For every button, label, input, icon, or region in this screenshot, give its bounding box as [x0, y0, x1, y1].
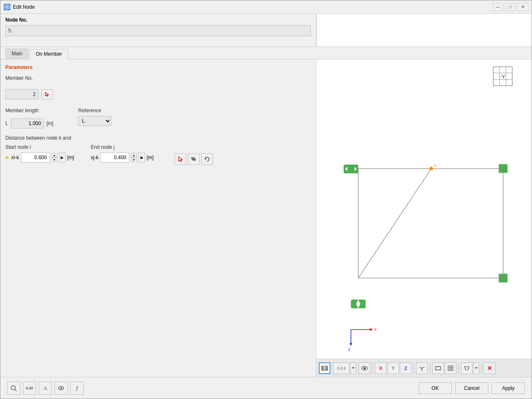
svg-text:X: X: [374, 327, 377, 332]
maximize-button[interactable]: □: [505, 3, 516, 11]
xi-k-label: xi-k: [11, 155, 19, 160]
y-axis-btn[interactable]: Y: [387, 362, 399, 374]
xj-k-input[interactable]: [100, 153, 129, 163]
node-5-dot: [429, 167, 433, 170]
perspective-btn[interactable]: [461, 362, 473, 374]
separator-5: [481, 363, 482, 373]
start-node-col: Start node i xi-k ▲ ▼ ▶ [m]: [5, 144, 74, 163]
z-axis-btn[interactable]: Z: [400, 362, 411, 374]
cancel-button[interactable]: Cancel: [455, 382, 488, 394]
xi-k-spinner: ▲ ▼: [52, 153, 57, 162]
tab-main[interactable]: Main: [5, 49, 29, 59]
svg-text:Z: Z: [348, 347, 350, 352]
cad-toolbar: 1·2·3 ▼ X Y Z: [316, 359, 532, 377]
cancel-btn[interactable]: ✕: [484, 362, 495, 374]
xi-k-row: xi-k ▲ ▼ ▶ [m]: [5, 153, 74, 163]
tab-on-member[interactable]: On Member: [30, 49, 68, 59]
close-button[interactable]: ✕: [517, 3, 528, 11]
reference-label: Reference: [78, 108, 111, 113]
member-no-row: Member No.: [5, 75, 311, 81]
xi-k-up[interactable]: ▲: [52, 153, 57, 158]
svg-line-45: [468, 367, 469, 370]
end-node-label: End node j: [91, 144, 153, 150]
svg-text:-Y: -Y: [500, 74, 505, 80]
length-l-label: L: [5, 121, 8, 126]
handle-bottom-arrow: [351, 300, 365, 308]
svg-rect-27: [322, 366, 328, 370]
apply-button[interactable]: Apply: [492, 382, 525, 394]
cad-svg: -Y: [316, 59, 532, 359]
member-no-label: Member No.: [5, 75, 33, 81]
search-action-btn[interactable]: [7, 382, 20, 395]
member-no-input[interactable]: [5, 89, 39, 99]
reference-section: Reference L % abs: [78, 108, 111, 126]
visibility-btn[interactable]: [359, 362, 370, 374]
separator-2: [414, 363, 414, 373]
xj-k-arrow[interactable]: ▶: [138, 153, 145, 163]
formula-action-btn[interactable]: ƒ: [70, 382, 84, 395]
member-length-section: Member length L [m]: [5, 108, 53, 128]
node-no-label: Node No.: [5, 17, 311, 23]
xj-k-label: xj-k: [91, 155, 99, 160]
handle-top-left: [344, 165, 358, 173]
tabs-bar: Main On Member: [0, 47, 532, 59]
dropdown-btn[interactable]: ▼: [350, 362, 356, 374]
xi-k-down[interactable]: ▼: [52, 158, 57, 162]
action-right: OK Cancel Apply: [419, 382, 525, 394]
minimize-button[interactable]: —: [493, 3, 503, 11]
action-left: 0.00 A ƒ: [7, 382, 84, 395]
render-mode2-btn[interactable]: [445, 362, 456, 374]
separator-4: [458, 363, 459, 373]
xi-k-input[interactable]: [21, 153, 50, 163]
action-bar: 0.00 A ƒ OK Cancel Apply: [0, 377, 532, 399]
member-length-input[interactable]: [11, 118, 44, 128]
svg-point-33: [364, 367, 366, 369]
3d-axis-btn[interactable]: [416, 362, 428, 374]
content-area: Parameters Member No.: [0, 59, 532, 377]
member-no-select-btn[interactable]: [41, 89, 53, 99]
start-node-label: Start node i: [5, 144, 74, 150]
node-no-panel: Node No.: [0, 14, 316, 47]
cad-canvas[interactable]: -Y: [316, 59, 532, 359]
reset-btn[interactable]: [201, 153, 213, 165]
xj-k-down[interactable]: ▼: [131, 158, 137, 162]
cad-tool-group-numbers: 1·2·3 ▼: [333, 362, 356, 374]
section-title: Parameters: [5, 64, 311, 70]
member-length-unit: [m]: [47, 121, 54, 126]
edit-node-window: Edit Node — □ ✕ Node No. Main On Member: [0, 0, 532, 399]
distance-section: Distance between node k and Start node i…: [5, 135, 311, 165]
number-display-btn[interactable]: 1·2·3: [333, 362, 350, 374]
svg-point-1: [6, 6, 8, 8]
cad-view: -Y: [316, 59, 532, 377]
render-mode-btn[interactable]: [432, 362, 444, 374]
title-bar: Edit Node — □ ✕: [0, 0, 532, 14]
svg-line-44: [465, 367, 466, 370]
svg-rect-37: [436, 367, 441, 370]
xj-k-unit: [m]: [147, 155, 154, 160]
svg-point-46: [11, 386, 15, 390]
svg-rect-38: [448, 366, 453, 371]
home-view-btn[interactable]: [319, 362, 330, 374]
percent-btn[interactable]: %: [188, 153, 200, 165]
member-length-label: Member length: [5, 108, 53, 113]
node-no-input[interactable]: [5, 25, 311, 36]
svg-line-47: [15, 389, 17, 391]
distance-tools: %: [175, 144, 213, 165]
xj-k-row: xj-k ▲ ▼ ▶ [m]: [91, 153, 153, 163]
dropdown-perspective-btn[interactable]: ▼: [473, 362, 479, 374]
top-section: Node No.: [0, 14, 532, 47]
eye-action-btn[interactable]: [54, 382, 68, 395]
main-content: Node No. Main On Member Parameters Membe…: [0, 14, 532, 377]
xj-k-spinner: ▲ ▼: [131, 153, 137, 162]
x-axis-btn[interactable]: X: [375, 362, 387, 374]
text-action-btn[interactable]: A: [39, 382, 52, 395]
ok-button[interactable]: OK: [419, 382, 452, 394]
pick-node-btn[interactable]: [175, 153, 186, 165]
preview-panel: [316, 14, 532, 47]
cad-tool-group-view: [319, 362, 330, 374]
number-action-btn[interactable]: 0.00: [23, 382, 36, 395]
xi-k-arrow[interactable]: ▶: [59, 153, 66, 163]
distance-nodes-row: Start node i xi-k ▲ ▼ ▶ [m]: [5, 144, 311, 165]
reference-select[interactable]: L % abs: [78, 116, 111, 126]
xj-k-up[interactable]: ▲: [131, 153, 137, 158]
